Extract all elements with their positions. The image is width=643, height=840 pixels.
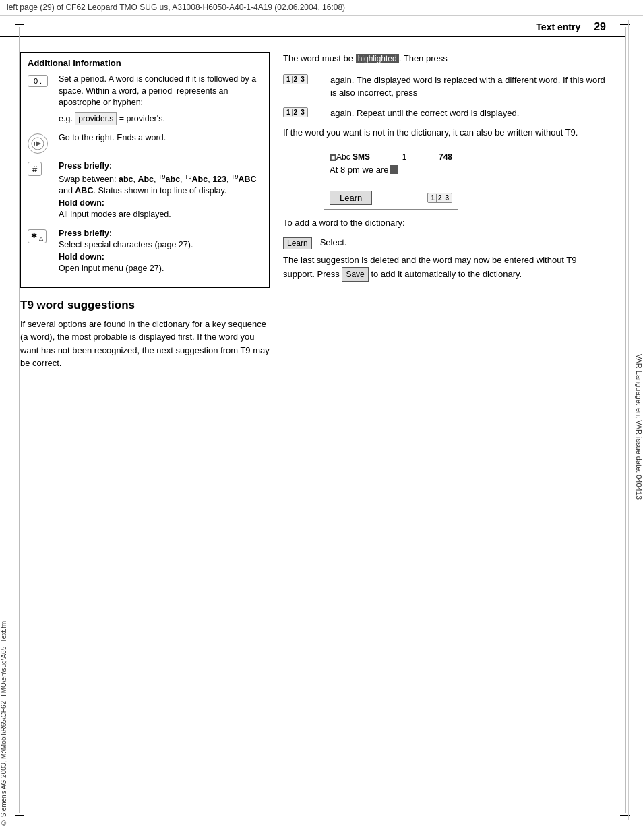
nav-icon-svg: [31, 137, 44, 150]
no-dict-para: If the word you want is not in the dicti…: [283, 126, 606, 140]
phone-num: 1: [402, 152, 407, 162]
phone-key-123: 1 2 3: [427, 193, 452, 203]
key-row-1-text: again. The displayed word is replaced wi…: [330, 73, 606, 100]
learn-key: Learn: [283, 237, 312, 249]
phone-cursor: [390, 165, 398, 174]
arrow-key-text: Go to the right. Ends a word.: [59, 132, 166, 144]
key-icon-1: 1 2 3: [283, 73, 324, 84]
info-row-zero: 0 . Set a period. A word is concluded if…: [28, 73, 262, 125]
hash-key-text: Press briefly: Swap between: abc, Abc, T…: [59, 160, 262, 221]
info-row-star: ✱ △ Press briefly: Select special charac…: [28, 228, 262, 275]
star-key-icon: ✱ △: [28, 229, 53, 243]
intro-para: The word must be highlighted. Then press: [283, 52, 606, 65]
dict-row: Learn Select.: [283, 237, 606, 249]
select-text: Select.: [320, 237, 347, 247]
phone-mockup: ■Abc SMS 1 748 At 8 pm we are Learn 1 2 …: [324, 148, 458, 210]
key-row-1: 1 2 3 again. The displayed word is repla…: [283, 73, 606, 100]
info-row-hash: # Press briefly: Swap between: abc, Abc,…: [28, 160, 262, 221]
phone-mode: ■Abc SMS: [330, 152, 370, 162]
t9-section: T9 word suggestions If several options a…: [20, 299, 270, 370]
phone-text: At 8 pm we are: [330, 164, 388, 175]
bottom-copyright: © Siemens AG 2003, M:\Mobil\R65\CF62_TMO…: [0, 621, 11, 827]
highlighted-word: highlighted: [356, 54, 399, 63]
svg-rect-2: [34, 142, 35, 146]
svg-marker-1: [36, 141, 41, 146]
page-header: Text entry 29: [0, 16, 626, 37]
top-mark-left: [15, 24, 24, 25]
left-column: Additional information 0 . Set a period.…: [20, 52, 270, 370]
side-text-right: VAR Language: en; VAR issue date: 040413: [628, 20, 643, 820]
star-key-text: Press briefly: Select special characters…: [59, 228, 193, 275]
phone-chars: 748: [439, 152, 452, 162]
key-icon-2: 1 2 3: [283, 107, 324, 117]
phone-top-row: ■Abc SMS 1 748: [330, 152, 452, 162]
phone-text-row: At 8 pm we are: [330, 164, 452, 175]
provider-example: provider.s: [75, 112, 117, 126]
additional-info-title: Additional information: [28, 58, 262, 68]
additional-info-box: Additional information 0 . Set a period.…: [20, 52, 270, 288]
key-row-2-text: again. Repeat until the correct word is …: [330, 107, 519, 120]
phone-sms: SMS: [353, 152, 370, 162]
margin-line-left: [19, 27, 20, 813]
info-row-arrow: Go to the right. Ends a word.: [28, 132, 262, 154]
main-content: Additional information 0 . Set a period.…: [0, 45, 626, 377]
phone-btn-row: Learn 1 2 3: [330, 191, 452, 205]
save-button[interactable]: Save: [342, 267, 368, 282]
header-text: left page (29) of CF62 Leopard TMO SUG u…: [7, 3, 345, 12]
bottom-mark-left: [15, 815, 24, 816]
t9-body: If several options are found in the dict…: [20, 318, 270, 370]
last-suggestion-para: The last suggestion is deleted and the w…: [283, 253, 606, 282]
key-row-2: 1 2 3 again. Repeat until the correct wo…: [283, 107, 606, 120]
margin-line-right: [625, 27, 626, 813]
header-bar: left page (29) of CF62 Leopard TMO SUG u…: [0, 0, 643, 16]
phone-learn-button[interactable]: Learn: [330, 191, 372, 205]
copyright-text: © Siemens AG 2003, M:\Mobil\R65\CF62_TMO…: [0, 621, 7, 827]
page-number: 29: [594, 21, 606, 33]
page-header-title: Text entry: [536, 22, 580, 32]
hash-key-icon: #: [28, 162, 53, 176]
zero-key-icon: 0 .: [28, 75, 53, 87]
add-word-para: To add a word to the dictionary:: [283, 216, 606, 230]
learn-button[interactable]: Learn: [283, 237, 312, 249]
var-language-text: VAR Language: en; VAR issue date: 040413: [635, 354, 643, 500]
t9-title: T9 word suggestions: [20, 299, 270, 312]
add-word-text: To add a word to the dictionary:: [283, 218, 405, 228]
zero-key-text: Set a period. A word is concluded if it …: [59, 73, 262, 125]
arrow-key-icon: [28, 133, 53, 154]
right-column: The word must be highlighted. Then press…: [283, 52, 606, 370]
